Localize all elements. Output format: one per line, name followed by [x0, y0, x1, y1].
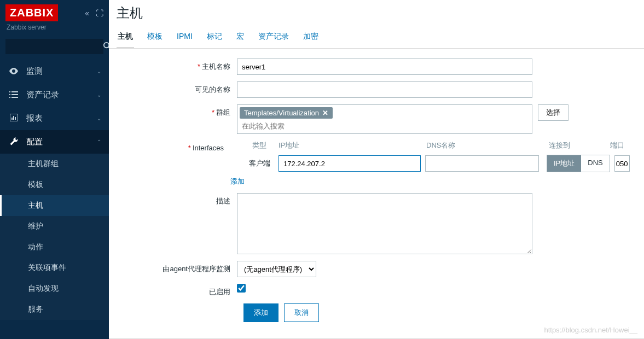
label-groups: *群组	[117, 104, 237, 118]
nav-monitoring[interactable]: 监测 ⌄	[0, 60, 109, 83]
group-tag: Templates/Virtualization ✕	[240, 107, 333, 119]
ih-connect: 连接到	[549, 141, 610, 150]
sub-correlation[interactable]: 关联项事件	[0, 258, 109, 278]
interface-row: 客户端 IP地址 DNS	[230, 155, 636, 172]
chevron-down-icon: ⌄	[97, 92, 101, 98]
ih-port: 端口	[610, 141, 636, 150]
chart-icon	[8, 114, 20, 123]
collapse-icon[interactable]: «	[85, 9, 89, 17]
port-input[interactable]	[614, 155, 630, 172]
ih-dns: DNS名称	[426, 141, 544, 150]
sub-maintenance[interactable]: 维护	[0, 216, 109, 237]
toggle-dns[interactable]: DNS	[581, 155, 609, 172]
chevron-down-icon: ⌄	[97, 68, 101, 74]
tab-ipmi[interactable]: IPMI	[176, 27, 194, 48]
tab-encryption[interactable]: 加密	[302, 27, 320, 48]
tab-macros[interactable]: 宏	[235, 27, 245, 48]
config-submenu: 主机群组 模板 主机 维护 动作 关联项事件 自动发现 服务	[0, 154, 109, 320]
tab-host[interactable]: 主机	[117, 27, 134, 48]
nav-label: 配置	[26, 137, 43, 147]
connect-toggle[interactable]: IP地址 DNS	[547, 155, 610, 172]
svg-rect-4	[9, 94, 10, 95]
sidebar: ZABBIX « ⛶ Zabbix server 监测 ⌄ 资产记录 ⌄ 报表 …	[0, 0, 109, 339]
enabled-checkbox[interactable]	[237, 284, 246, 293]
add-interface-link[interactable]: 添加	[230, 177, 245, 186]
sub-services[interactable]: 服务	[0, 299, 109, 320]
cancel-button[interactable]: 取消	[284, 303, 319, 322]
groups-select-button[interactable]: 选择	[538, 104, 568, 121]
svg-rect-7	[11, 97, 18, 98]
nav-label: 报表	[26, 113, 43, 124]
tag-remove-icon[interactable]: ✕	[322, 109, 328, 117]
tabs: 主机 模板 IPMI 标记 宏 资产记录 加密	[109, 27, 644, 49]
svg-rect-10	[13, 116, 14, 120]
dns-input[interactable]	[425, 155, 539, 172]
sub-hosts[interactable]: 主机	[0, 195, 109, 216]
interface-type: 客户端	[249, 159, 279, 168]
description-input[interactable]	[237, 193, 532, 254]
svg-rect-5	[11, 94, 18, 95]
ih-ip: IP地址	[279, 141, 426, 150]
nav-inventory[interactable]: 资产记录 ⌄	[0, 83, 109, 107]
hostname-input[interactable]	[237, 59, 532, 75]
svg-rect-11	[15, 117, 16, 120]
label-interfaces: *Interfaces	[117, 141, 230, 152]
tab-tags[interactable]: 标记	[206, 27, 223, 48]
eye-icon	[8, 67, 20, 76]
ip-input[interactable]	[279, 155, 421, 172]
svg-rect-6	[9, 97, 10, 98]
zabbix-logo[interactable]: ZABBIX	[5, 4, 58, 21]
host-form: *主机名称 可见的名称 *群组 Templates/Virtualization…	[109, 49, 644, 330]
label-description: 描述	[117, 193, 237, 206]
sidebar-header: ZABBIX « ⛶	[0, 0, 109, 24]
proxy-select[interactable]: (无agent代理程序)	[237, 261, 316, 277]
visiblename-input[interactable]	[237, 81, 532, 98]
label-proxy: 由agent代理程序监测	[117, 261, 237, 274]
svg-point-0	[104, 43, 109, 48]
interface-headers: 类型 IP地址 DNS名称 连接到 端口	[230, 141, 636, 150]
chevron-down-icon: ⌄	[97, 115, 101, 121]
nav-config[interactable]: 配置 ⌃	[0, 130, 109, 154]
ih-type: 类型	[252, 141, 279, 150]
group-tag-label: Templates/Virtualization	[244, 109, 319, 117]
nav-label: 监测	[26, 66, 43, 77]
svg-rect-3	[11, 91, 18, 92]
nav-reports[interactable]: 报表 ⌄	[0, 107, 109, 130]
sidebar-search[interactable]	[5, 39, 103, 54]
add-button[interactable]: 添加	[243, 303, 279, 322]
tab-inventory[interactable]: 资产记录	[257, 27, 290, 48]
sub-hostgroups[interactable]: 主机群组	[0, 154, 109, 174]
list-icon	[8, 90, 20, 100]
groups-search-input[interactable]	[240, 119, 530, 131]
chevron-up-icon: ⌃	[97, 139, 101, 145]
sub-templates[interactable]: 模板	[0, 174, 109, 195]
search-input[interactable]	[10, 43, 103, 51]
label-hostname: *主机名称	[117, 59, 237, 72]
wrench-icon	[8, 137, 20, 147]
label-visiblename: 可见的名称	[117, 81, 237, 95]
toggle-ip[interactable]: IP地址	[547, 155, 581, 172]
svg-rect-2	[9, 91, 10, 92]
groups-tagbox[interactable]: Templates/Virtualization ✕	[237, 104, 532, 134]
fullscreen-icon[interactable]: ⛶	[96, 9, 103, 17]
label-enabled: 已启用	[117, 284, 237, 297]
sub-actions[interactable]: 动作	[0, 237, 109, 258]
sub-discovery[interactable]: 自动发现	[0, 278, 109, 299]
nav-label: 资产记录	[26, 90, 59, 100]
form-buttons: 添加 取消	[243, 303, 636, 322]
main-content: 主机 主机 模板 IPMI 标记 宏 资产记录 加密 *主机名称 可见的名称 *…	[109, 0, 644, 339]
svg-rect-9	[11, 118, 13, 120]
tab-templates[interactable]: 模板	[146, 27, 164, 48]
page-title: 主机	[109, 0, 644, 27]
server-name: Zabbix server	[0, 24, 109, 36]
